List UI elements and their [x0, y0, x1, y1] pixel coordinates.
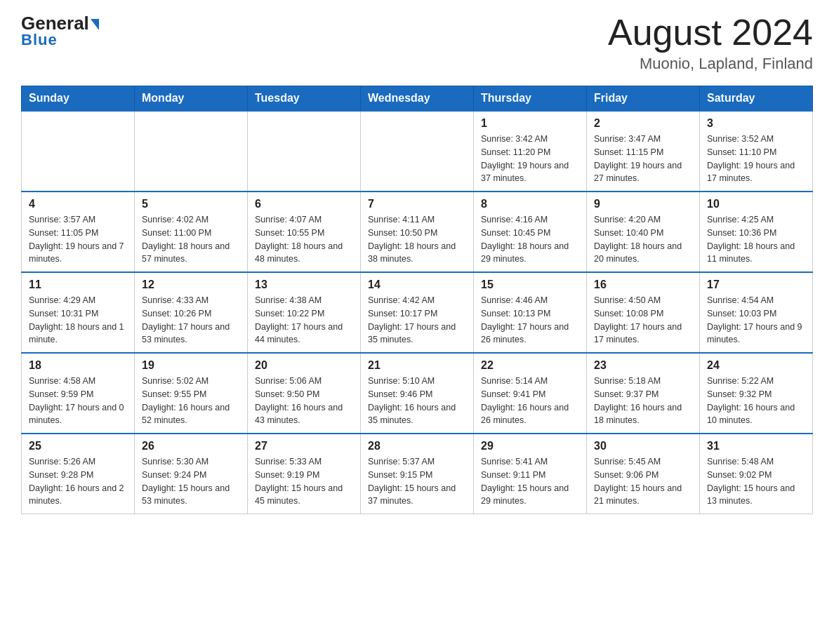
day-number: 4	[29, 198, 127, 210]
calendar-cell: 7Sunrise: 4:11 AMSunset: 10:50 PMDayligh…	[361, 192, 474, 272]
calendar-cell: 5Sunrise: 4:02 AMSunset: 11:00 PMDayligh…	[135, 192, 248, 272]
day-number: 9	[594, 198, 692, 210]
day-number: 8	[481, 198, 579, 210]
calendar-cell	[361, 111, 474, 192]
calendar-cell: 22Sunrise: 5:14 AMSunset: 9:41 PMDayligh…	[474, 353, 587, 434]
calendar-cell: 3Sunrise: 3:52 AMSunset: 11:10 PMDayligh…	[700, 111, 813, 192]
calendar-cell: 13Sunrise: 4:38 AMSunset: 10:22 PMDaylig…	[248, 272, 361, 353]
calendar-table: SundayMondayTuesdayWednesdayThursdayFrid…	[21, 86, 813, 514]
day-number: 26	[142, 440, 240, 452]
day-info: Sunrise: 4:20 AMSunset: 10:40 PMDaylight…	[594, 213, 692, 266]
calendar-cell	[22, 111, 135, 192]
day-number: 24	[707, 359, 805, 372]
day-info: Sunrise: 4:46 AMSunset: 10:13 PMDaylight…	[481, 294, 579, 347]
day-number: 31	[707, 440, 805, 452]
day-number: 7	[368, 198, 466, 210]
day-number: 17	[707, 279, 805, 291]
weekday-header-wednesday: Wednesday	[361, 86, 474, 112]
weekday-header-tuesday: Tuesday	[248, 86, 361, 112]
day-number: 21	[368, 359, 466, 372]
day-info: Sunrise: 4:02 AMSunset: 11:00 PMDaylight…	[142, 213, 240, 266]
day-number: 28	[368, 440, 466, 452]
calendar-cell: 2Sunrise: 3:47 AMSunset: 11:15 PMDayligh…	[587, 111, 700, 192]
calendar-week-5: 25Sunrise: 5:26 AMSunset: 9:28 PMDayligh…	[22, 434, 813, 514]
day-number: 25	[29, 440, 127, 452]
calendar-cell: 14Sunrise: 4:42 AMSunset: 10:17 PMDaylig…	[361, 272, 474, 353]
day-info: Sunrise: 3:42 AMSunset: 11:20 PMDaylight…	[481, 133, 579, 185]
day-number: 5	[142, 198, 240, 210]
day-info: Sunrise: 4:11 AMSunset: 10:50 PMDaylight…	[368, 213, 466, 266]
calendar-cell: 31Sunrise: 5:48 AMSunset: 9:02 PMDayligh…	[700, 434, 813, 514]
calendar-week-4: 18Sunrise: 4:58 AMSunset: 9:59 PMDayligh…	[22, 353, 813, 434]
calendar-cell: 24Sunrise: 5:22 AMSunset: 9:32 PMDayligh…	[700, 353, 813, 434]
calendar-cell: 15Sunrise: 4:46 AMSunset: 10:13 PMDaylig…	[474, 272, 587, 353]
day-number: 22	[481, 359, 579, 372]
calendar-cell: 23Sunrise: 5:18 AMSunset: 9:37 PMDayligh…	[587, 353, 700, 434]
day-info: Sunrise: 4:33 AMSunset: 10:26 PMDaylight…	[142, 294, 240, 347]
calendar-cell: 20Sunrise: 5:06 AMSunset: 9:50 PMDayligh…	[248, 353, 361, 434]
day-number: 13	[255, 279, 353, 291]
calendar-cell: 16Sunrise: 4:50 AMSunset: 10:08 PMDaylig…	[587, 272, 700, 353]
weekday-header-sunday: Sunday	[22, 86, 135, 112]
calendar-cell: 11Sunrise: 4:29 AMSunset: 10:31 PMDaylig…	[22, 272, 135, 353]
calendar-cell: 6Sunrise: 4:07 AMSunset: 10:55 PMDayligh…	[248, 192, 361, 272]
day-info: Sunrise: 5:02 AMSunset: 9:55 PMDaylight:…	[142, 375, 240, 427]
day-info: Sunrise: 4:38 AMSunset: 10:22 PMDaylight…	[255, 294, 353, 347]
day-info: Sunrise: 5:30 AMSunset: 9:24 PMDaylight:…	[142, 455, 240, 508]
day-info: Sunrise: 5:41 AMSunset: 9:11 PMDaylight:…	[481, 455, 579, 508]
day-number: 30	[594, 440, 692, 452]
calendar-cell: 21Sunrise: 5:10 AMSunset: 9:46 PMDayligh…	[361, 353, 474, 434]
day-info: Sunrise: 5:14 AMSunset: 9:41 PMDaylight:…	[481, 375, 579, 427]
calendar-cell: 4Sunrise: 3:57 AMSunset: 11:05 PMDayligh…	[22, 192, 135, 272]
day-info: Sunrise: 5:18 AMSunset: 9:37 PMDaylight:…	[594, 375, 692, 427]
day-info: Sunrise: 4:07 AMSunset: 10:55 PMDaylight…	[255, 213, 353, 266]
day-number: 1	[481, 117, 579, 130]
day-info: Sunrise: 5:06 AMSunset: 9:50 PMDaylight:…	[255, 375, 353, 427]
calendar-cell: 18Sunrise: 4:58 AMSunset: 9:59 PMDayligh…	[22, 353, 135, 434]
logo-blue: Blue	[21, 31, 58, 49]
day-number: 3	[707, 117, 805, 130]
day-info: Sunrise: 5:33 AMSunset: 9:19 PMDaylight:…	[255, 455, 353, 508]
day-info: Sunrise: 3:57 AMSunset: 11:05 PMDaylight…	[29, 213, 127, 266]
calendar-week-3: 11Sunrise: 4:29 AMSunset: 10:31 PMDaylig…	[22, 272, 813, 353]
day-info: Sunrise: 4:50 AMSunset: 10:08 PMDaylight…	[594, 294, 692, 347]
day-info: Sunrise: 5:48 AMSunset: 9:02 PMDaylight:…	[707, 455, 805, 508]
weekday-header-monday: Monday	[135, 86, 248, 112]
day-number: 23	[594, 359, 692, 372]
page-header: General Blue August 2024 Muonio, Lapland…	[21, 14, 813, 73]
day-number: 18	[29, 359, 127, 372]
day-info: Sunrise: 4:54 AMSunset: 10:03 PMDaylight…	[707, 294, 805, 347]
calendar-cell: 12Sunrise: 4:33 AMSunset: 10:26 PMDaylig…	[135, 272, 248, 353]
calendar-cell	[135, 111, 248, 192]
day-number: 12	[142, 279, 240, 291]
day-info: Sunrise: 4:58 AMSunset: 9:59 PMDaylight:…	[29, 375, 127, 427]
calendar-cell: 30Sunrise: 5:45 AMSunset: 9:06 PMDayligh…	[587, 434, 700, 514]
month-title: August 2024	[608, 14, 813, 51]
logo: General Blue	[21, 14, 99, 49]
calendar-cell: 10Sunrise: 4:25 AMSunset: 10:36 PMDaylig…	[700, 192, 813, 272]
calendar-cell	[248, 111, 361, 192]
calendar-cell: 25Sunrise: 5:26 AMSunset: 9:28 PMDayligh…	[22, 434, 135, 514]
weekday-header-thursday: Thursday	[474, 86, 587, 112]
day-info: Sunrise: 4:29 AMSunset: 10:31 PMDaylight…	[29, 294, 127, 347]
calendar-cell: 28Sunrise: 5:37 AMSunset: 9:15 PMDayligh…	[361, 434, 474, 514]
day-number: 14	[368, 279, 466, 291]
calendar-cell: 29Sunrise: 5:41 AMSunset: 9:11 PMDayligh…	[474, 434, 587, 514]
day-info: Sunrise: 4:42 AMSunset: 10:17 PMDaylight…	[368, 294, 466, 347]
day-info: Sunrise: 5:26 AMSunset: 9:28 PMDaylight:…	[29, 455, 127, 508]
calendar-cell: 19Sunrise: 5:02 AMSunset: 9:55 PMDayligh…	[135, 353, 248, 434]
day-number: 19	[142, 359, 240, 372]
logo-general: General	[21, 14, 99, 32]
calendar-cell: 9Sunrise: 4:20 AMSunset: 10:40 PMDayligh…	[587, 192, 700, 272]
day-number: 29	[481, 440, 579, 452]
calendar-week-2: 4Sunrise: 3:57 AMSunset: 11:05 PMDayligh…	[22, 192, 813, 272]
day-info: Sunrise: 5:37 AMSunset: 9:15 PMDaylight:…	[368, 455, 466, 508]
day-info: Sunrise: 5:22 AMSunset: 9:32 PMDaylight:…	[707, 375, 805, 427]
calendar-header-row: SundayMondayTuesdayWednesdayThursdayFrid…	[22, 86, 813, 112]
day-number: 10	[707, 198, 805, 210]
day-info: Sunrise: 4:25 AMSunset: 10:36 PMDaylight…	[707, 213, 805, 266]
weekday-header-friday: Friday	[587, 86, 700, 112]
calendar-cell: 8Sunrise: 4:16 AMSunset: 10:45 PMDayligh…	[474, 192, 587, 272]
day-info: Sunrise: 5:10 AMSunset: 9:46 PMDaylight:…	[368, 375, 466, 427]
title-block: August 2024 Muonio, Lapland, Finland	[608, 14, 813, 73]
